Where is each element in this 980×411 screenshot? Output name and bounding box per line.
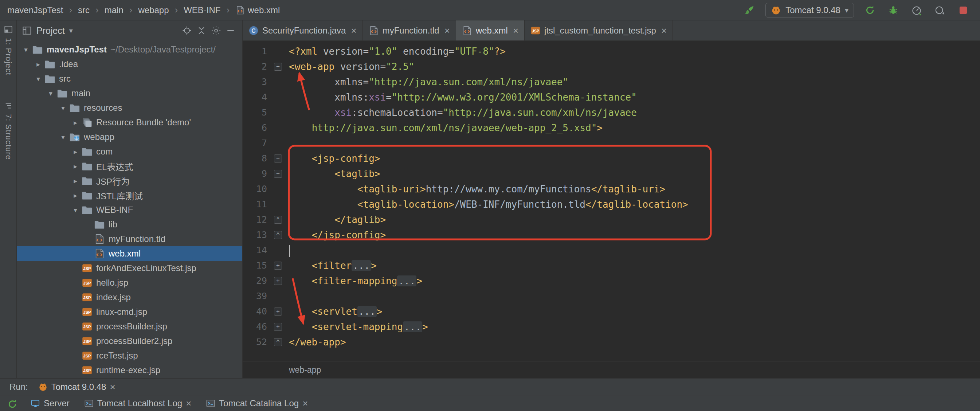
close-icon[interactable]: × xyxy=(186,398,191,408)
run-configuration-select[interactable]: Tomcat 9.0.48 ▾ xyxy=(765,3,854,18)
run-configuration-tab[interactable]: Tomcat 9.0.48 × xyxy=(38,382,116,392)
tree-item[interactable]: JSPruntime-exec.jsp xyxy=(17,363,242,378)
chevron-down-icon[interactable]: ▾ xyxy=(32,75,45,83)
chevron-right-icon[interactable]: ▸ xyxy=(69,191,82,200)
tree-item[interactable]: ▾webapp xyxy=(17,130,242,144)
rerun-icon[interactable] xyxy=(863,3,877,18)
close-icon[interactable]: × xyxy=(302,398,308,408)
fold-expand-icon[interactable]: + xyxy=(274,277,282,285)
chevron-down-icon[interactable]: ▾ xyxy=(20,46,32,54)
chevron-right-icon[interactable]: ▸ xyxy=(69,118,82,127)
editor-tab[interactable]: web.xml× xyxy=(456,21,525,40)
code-line[interactable]: 40+ <servlet...> xyxy=(243,304,980,319)
chevron-right-icon[interactable]: ▸ xyxy=(32,60,45,68)
tree-item[interactable]: ▾WEB-INF xyxy=(17,202,242,217)
fold-collapse-icon[interactable]: − xyxy=(274,63,282,71)
breadcrumb-item[interactable]: mavenJspTest xyxy=(7,5,63,15)
code-line[interactable]: 46+ <servlet-mapping...> xyxy=(243,319,980,335)
run-output-tab[interactable]: Tomcat Localhost Log× xyxy=(84,398,192,408)
code-line[interactable]: 7 xyxy=(243,135,980,151)
tree-item[interactable]: ▸JSP行为 xyxy=(17,174,242,188)
tree-item[interactable]: ▸Resource Bundle 'demo' xyxy=(17,115,242,130)
chevron-right-icon[interactable]: ▸ xyxy=(69,148,82,156)
tree-item[interactable]: ▸JSTL库测试 xyxy=(17,188,242,202)
chevron-down-icon[interactable]: ▾ xyxy=(57,133,69,141)
chevron-down-icon[interactable]: ▾ xyxy=(45,89,57,98)
breadcrumb-item[interactable]: src xyxy=(78,5,90,15)
code-line[interactable]: 13^ </jsp-config> xyxy=(243,227,980,243)
tree-item[interactable]: JSPprocessBuilder.jsp xyxy=(17,319,242,334)
fold-expand-icon[interactable]: + xyxy=(274,261,282,270)
project-panel-title[interactable]: Project xyxy=(37,25,65,36)
fold-end-icon[interactable]: ^ xyxy=(274,231,282,239)
collapse-all-icon[interactable] xyxy=(196,25,207,36)
editor-tab[interactable]: CSecurityFunction.java× xyxy=(243,21,363,40)
tree-item[interactable]: JSPforkAndExecLinuxTest.jsp xyxy=(17,261,242,276)
breadcrumb-item[interactable]: WEB-INF xyxy=(184,5,220,15)
debug-bug-icon[interactable] xyxy=(886,3,900,18)
fold-end-icon[interactable]: ^ xyxy=(274,338,282,346)
code-line[interactable]: 2−<web-app version="2.5" xyxy=(243,59,980,74)
code-line[interactable]: 39 xyxy=(243,288,980,304)
code-line[interactable]: 15+ <filter...> xyxy=(243,258,980,273)
gear-icon[interactable] xyxy=(211,25,221,36)
chevron-down-icon[interactable]: ▾ xyxy=(69,206,82,214)
code-line[interactable]: 8− <jsp-config> xyxy=(243,151,980,166)
profiler-icon[interactable] xyxy=(909,3,924,18)
breadcrumb-item[interactable]: web.xml xyxy=(235,5,280,15)
tree-item[interactable]: JSPhello.jsp xyxy=(17,276,242,290)
rerun-server-icon[interactable] xyxy=(6,398,18,410)
run-output-tab[interactable]: Tomcat Catalina Log× xyxy=(206,398,308,408)
code-line[interactable]: 1<?xml version="1.0" encoding="UTF-8"?> xyxy=(243,44,980,59)
tree-item[interactable]: ▸EL表达式 xyxy=(17,159,242,174)
coverage-icon[interactable] xyxy=(933,3,947,18)
chevron-right-icon[interactable]: ▸ xyxy=(69,177,82,185)
brush-icon[interactable] xyxy=(742,3,757,18)
tree-item[interactable]: JSPlinux-cmd.jsp xyxy=(17,304,242,319)
code-line[interactable]: 3 xmlns="http://java.sun.com/xml/ns/java… xyxy=(243,74,980,90)
hide-panel-icon[interactable] xyxy=(226,25,236,36)
code-line[interactable]: 4 xmlns:xsi="http://www.w3.org/2001/XMLS… xyxy=(243,90,980,105)
fold-end-icon[interactable]: ^ xyxy=(274,216,282,224)
tool-window-structure-button[interactable]: 7: Structure xyxy=(4,101,13,160)
code-line[interactable]: 52^</web-app> xyxy=(243,335,980,350)
tree-item[interactable]: myFunction.tld xyxy=(17,232,242,246)
code-line[interactable]: 12^ </taglib> xyxy=(243,212,980,227)
tree-item[interactable]: ▸.idea xyxy=(17,57,242,72)
close-icon[interactable]: × xyxy=(110,382,115,392)
editor-tab[interactable]: myFunction.tld× xyxy=(363,21,456,40)
tree-item[interactable]: ▾resources xyxy=(17,100,242,115)
chevron-down-icon[interactable]: ▾ xyxy=(69,26,73,35)
code-line[interactable]: 5 xsi:schemaLocation="http://java.sun.co… xyxy=(243,105,980,120)
code-line[interactable]: 14 xyxy=(243,243,980,258)
tree-item[interactable]: ▾main xyxy=(17,86,242,100)
tree-item[interactable]: ▾mavenJspTest~/Desktop/JavaTestproject/ xyxy=(17,42,242,57)
chevron-right-icon[interactable]: ▸ xyxy=(69,162,82,170)
tree-item[interactable]: lib xyxy=(17,217,242,232)
code-line[interactable]: 9− <taglib> xyxy=(243,166,980,182)
code-line[interactable]: 29+ <filter-mapping...> xyxy=(243,273,980,288)
tool-window-project-button[interactable]: 1: Project xyxy=(4,25,13,75)
breadcrumb-item[interactable]: main xyxy=(105,5,124,15)
chevron-down-icon[interactable]: ▾ xyxy=(57,104,69,112)
close-icon[interactable]: × xyxy=(661,26,667,35)
code-line[interactable]: 11 <taglib-location>/WEB-INF/myFunction.… xyxy=(243,197,980,212)
code-line[interactable]: 10 <taglib-uri>http://www.my.com/myFunct… xyxy=(243,182,980,197)
code-line[interactable]: 6 http://java.sun.com/xml/ns/javaee/web-… xyxy=(243,120,980,135)
stop-icon[interactable] xyxy=(956,3,970,18)
close-icon[interactable]: × xyxy=(444,26,450,35)
breadcrumb-item[interactable]: webapp xyxy=(138,5,169,15)
fold-collapse-icon[interactable]: − xyxy=(274,170,282,178)
fold-expand-icon[interactable]: + xyxy=(274,323,282,331)
code-editor[interactable]: 1<?xml version="1.0" encoding="UTF-8"?>2… xyxy=(243,41,980,362)
fold-collapse-icon[interactable]: − xyxy=(274,155,282,162)
locate-file-icon[interactable] xyxy=(182,25,192,36)
tree-item[interactable]: JSPrceTest.jsp xyxy=(17,348,242,363)
editor-tab[interactable]: JSPjtsl_custom_function_test.jsp× xyxy=(525,21,673,40)
fold-expand-icon[interactable]: + xyxy=(274,307,282,315)
editor-breadcrumb-item[interactable]: web-app xyxy=(289,365,321,375)
tree-item[interactable]: JSPprocessBuilder2.jsp xyxy=(17,334,242,348)
run-output-tab[interactable]: Server xyxy=(30,398,70,408)
tree-item[interactable]: web.xml xyxy=(17,246,242,261)
tree-item[interactable]: JSPindex.jsp xyxy=(17,290,242,304)
